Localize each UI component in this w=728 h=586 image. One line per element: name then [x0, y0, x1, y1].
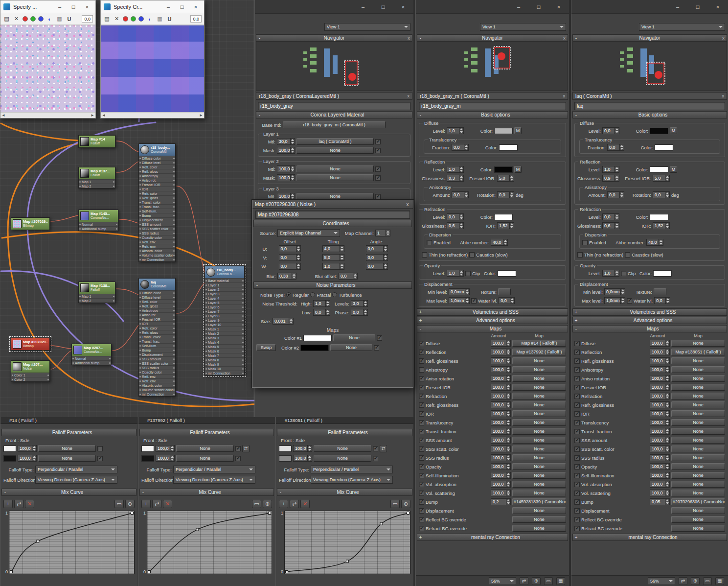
node-slot[interactable]: Map 2	[79, 184, 115, 188]
spinner-arrows[interactable]	[506, 420, 510, 425]
noise-color1-map-button[interactable]: None	[333, 334, 375, 341]
diffuse-level-spinner[interactable]: 1,0	[447, 127, 464, 134]
spinner-arrows[interactable]	[665, 428, 669, 434]
translucency-color-swatch[interactable]	[655, 144, 673, 151]
spinner-arrows[interactable]	[290, 175, 295, 181]
map-amount-spinner[interactable]: 100,0	[491, 357, 511, 364]
node-slot[interactable]: Transl. color	[139, 200, 175, 204]
node-slot[interactable]: Layer 8	[205, 313, 244, 318]
wire[interactable]	[51, 351, 71, 369]
basic-options-rollout-header[interactable]: -Basic options	[417, 111, 568, 118]
layer-mtl-button[interactable]: laq ( CoronaMtl )	[296, 138, 374, 145]
translucency-color-swatch[interactable]	[499, 144, 518, 151]
spinner-arrows[interactable]	[659, 239, 663, 245]
spinner-arrows[interactable]	[619, 192, 624, 198]
map-amount-spinner[interactable]: 100,0	[650, 454, 670, 461]
node-slot[interactable]: Layer 9	[205, 318, 244, 322]
node-slot[interactable]: Diffuse color	[139, 156, 175, 160]
green-channel-button[interactable]	[30, 16, 36, 22]
noise-parameters-rollout-header[interactable]: -Noise Parameters	[253, 281, 412, 289]
curve-point-handle[interactable]	[407, 512, 410, 515]
noise-type-radio-turbulence[interactable]	[332, 292, 337, 297]
angle-spinner[interactable]: 0,0	[366, 245, 388, 252]
material-caption[interactable]: r18_body_gray ( CoronaLayeredMtl )x	[256, 92, 412, 100]
maximize-button[interactable]: □	[535, 4, 542, 10]
node-slot[interactable]: Displacement	[139, 217, 175, 222]
spinner-arrows[interactable]	[459, 270, 463, 276]
spinner-arrows[interactable]	[307, 455, 312, 461]
map-slot-button[interactable]: None	[671, 454, 725, 461]
node-slot[interactable]: Self-illum.	[139, 209, 175, 213]
curve-point-handle[interactable]	[285, 571, 288, 573]
map-slot-button[interactable]: None	[512, 463, 566, 470]
spinner-arrows[interactable]	[665, 472, 669, 478]
map-enable-checkbox[interactable]	[574, 482, 580, 487]
specify-window-caption[interactable]: Specify Cr...–□×	[101, 0, 204, 13]
spinner-arrows[interactable]	[665, 192, 669, 198]
translucency-fraction-spinner[interactable]: 0,0	[607, 144, 624, 151]
falloff-direction-dropdown[interactable]: Viewing Direction (Camera Z-Axis)	[173, 476, 255, 484]
delete-icon[interactable]: ✕	[13, 16, 20, 22]
map-amount-spinner[interactable]: 100,0	[491, 393, 511, 399]
water-level-checkbox[interactable]	[627, 298, 632, 304]
spinner-arrows[interactable]	[509, 192, 514, 198]
rollout-toggle-icon[interactable]: -	[573, 35, 579, 41]
node-bitmap1[interactable]: Map #207029...Bitmap	[11, 217, 50, 230]
node-map207n[interactable]: Map #207...CoronaNo...NormalAdditional b…	[71, 344, 112, 365]
curve-point-handle[interactable]	[346, 560, 349, 563]
blue-channel-button[interactable]	[138, 16, 144, 22]
spinner-arrows[interactable]	[506, 428, 510, 434]
mix-curve-line[interactable]	[287, 513, 408, 572]
noise-color1-checkbox[interactable]	[377, 335, 382, 341]
map-slot-button[interactable]: None	[512, 454, 566, 461]
refraction-glossiness-spinner[interactable]: 0,6	[602, 222, 619, 229]
map-slot-button[interactable]: None	[512, 490, 566, 496]
node-slot[interactable]: Transl. frac.	[139, 339, 175, 343]
node-map137[interactable]: Map #137...FalloffMap 1Map 2	[78, 167, 115, 188]
spinner-arrows[interactable]	[325, 309, 330, 315]
map-enable-checkbox[interactable]	[419, 385, 424, 390]
map-enable-checkbox[interactable]	[419, 499, 424, 505]
map-enable-checkbox[interactable]	[419, 376, 424, 381]
node-slot[interactable]: Refr. env.	[139, 378, 175, 383]
navigator-view[interactable]	[256, 42, 412, 91]
map-amount-spinner[interactable]: 100,0	[650, 419, 670, 426]
navigator-rollout-header[interactable]: -Navigatorx	[417, 34, 568, 42]
scale-point-icon[interactable]: ⇄	[14, 500, 23, 508]
close-icon[interactable]: x	[722, 94, 725, 98]
node-slot[interactable]: mr Connection	[205, 371, 244, 375]
map-enable-checkbox[interactable]	[574, 438, 580, 443]
map-slot-button[interactable]: None	[671, 340, 725, 347]
node-slot[interactable]: Refl. color	[139, 164, 175, 169]
node-slot[interactable]: Layer 2	[205, 287, 244, 291]
refraction-level-spinner[interactable]: 0,0	[602, 213, 619, 220]
spinner-arrows[interactable]	[383, 263, 387, 269]
map-slot-button[interactable]: #2070296306 ( CoronaNormal )	[671, 498, 725, 505]
spinner-arrows[interactable]	[290, 147, 295, 153]
map-enable-checkbox[interactable]	[419, 367, 424, 373]
noise-high-spinner[interactable]: 1,0	[313, 300, 330, 307]
node-slot[interactable]: Mask 1	[205, 327, 244, 331]
navigator-thumbnail[interactable]	[256, 42, 408, 90]
delete-icon[interactable]: ✕	[113, 16, 120, 22]
map-enable-checkbox[interactable]	[419, 517, 424, 522]
spinner-arrows[interactable]	[506, 411, 510, 417]
map-enable-checkbox[interactable]	[419, 420, 424, 425]
map-amount-spinner[interactable]: 100,0	[650, 428, 670, 435]
falloff-caption[interactable]: #137992 ( Falloff )	[138, 417, 275, 424]
layer-mtl-button[interactable]: None	[296, 193, 374, 200]
falloff-map-checkbox[interactable]	[235, 456, 241, 461]
map-amount-spinner[interactable]: 100,0	[491, 481, 511, 488]
layer-mtl-button[interactable]: None	[296, 165, 374, 172]
map-slot-button[interactable]: None	[671, 472, 725, 479]
falloff-params-rollout-header[interactable]: -Falloff Parameters	[139, 429, 274, 436]
map-enable-checkbox[interactable]	[419, 464, 424, 469]
map-enable-checkbox[interactable]	[574, 508, 580, 514]
close-icon[interactable]: x	[561, 36, 568, 41]
node-slot[interactable]: Volume scatter color	[139, 387, 175, 392]
mix-curve-canvas[interactable]	[284, 511, 410, 574]
noise-type-radio-regular[interactable]	[286, 292, 291, 297]
falloff-params-rollout-header[interactable]: -Falloff Parameters	[277, 429, 412, 436]
spinner-arrows[interactable]	[296, 246, 300, 252]
pan-icon[interactable]: ⇄	[520, 577, 528, 585]
